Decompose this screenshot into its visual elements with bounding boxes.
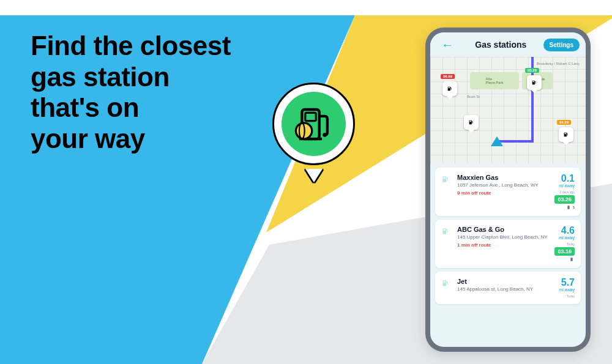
map-street-label: Bush St [467,95,480,98]
map-view[interactable]: AltaPlaza Park LafayettePark Broadway / … [430,57,586,164]
svg-rect-18 [444,229,446,231]
price-sub: $ [567,205,575,210]
gas-pump-icon [441,174,452,210]
gas-pump-icon [293,103,335,146]
gas-pin-badge [272,83,355,184]
station-card[interactable]: ABC Gas & Go 145 Upper Clapton Blvd, Lon… [435,220,581,268]
price-tag: 03.26 [525,68,539,73]
svg-rect-13 [565,133,567,135]
station-address: 1057 Jeferson Ave., Long Beach, WY [457,182,550,188]
gas-station-pin[interactable] [464,115,479,130]
headline-text: Find the closestgas stationthat's onyour… [31,31,231,154]
back-button[interactable]: ← [436,35,458,54]
svg-rect-1 [305,113,316,121]
gas-station-pin[interactable] [527,75,542,90]
current-location-cursor [491,136,503,146]
svg-rect-9 [533,81,535,83]
svg-rect-21 [444,281,446,283]
price-sub [570,257,575,262]
svg-rect-16 [567,206,569,209]
fuel-price: 03.26 [554,195,575,204]
phone-frame: ← Gas stations Settings AltaPlaza Park L… [425,28,591,352]
station-card[interactable]: Jet 145 Appaloosa st, Long Beach, NY 5.7… [435,272,581,304]
station-address: 145 Appaloosa st, Long Beach, NY [457,286,554,292]
station-name: Jet [457,278,554,285]
app-header: ← Gas stations Settings [430,32,586,57]
distance-unit: mi away [559,288,575,292]
price-tag: 04.29 [557,120,571,125]
gas-station-pin[interactable] [559,127,573,142]
station-name: Maxxien Gas [457,174,550,181]
price-age: Today [567,294,575,298]
station-distance: 4.6 [561,226,575,236]
svg-rect-15 [444,177,446,179]
phone-screen: ← Gas stations Settings AltaPlaza Park L… [430,32,586,347]
gas-pump-icon [441,226,452,262]
station-name: ABC Gas & Go [457,226,550,233]
svg-rect-7 [449,87,450,89]
price-age: Today [567,242,575,246]
station-address: 145 Upper Clapton Blvd, Long Beach, NY [457,234,550,240]
station-distance: 0.1 [561,174,575,184]
svg-rect-19 [570,258,572,261]
settings-button[interactable]: Settings [543,39,580,51]
route-deviation: 0 min off route [457,190,550,196]
station-list[interactable]: Maxxien Gas 1057 Jeferson Ave., Long Bea… [430,164,586,347]
route-deviation: 1 min off route [457,242,550,248]
price-age: 2 days ago [560,190,575,194]
svg-point-2 [323,133,327,137]
distance-unit: mi away [559,184,575,188]
map-park-label: AltaPlaza Park [470,72,519,89]
distance-unit: mi away [559,236,575,240]
svg-rect-11 [470,121,472,122]
gas-station-pin[interactable] [442,81,457,96]
fuel-price: 03.16 [554,247,575,256]
station-card[interactable]: Maxxien Gas 1057 Jeferson Ave., Long Bea… [435,168,581,216]
page-title: Gas stations [475,40,526,50]
price-tag: 06.99 [441,74,455,79]
gas-pump-icon [441,278,452,298]
map-street-label: Broadway / Robert C Levy [537,62,580,65]
station-distance: 5.7 [561,278,575,288]
